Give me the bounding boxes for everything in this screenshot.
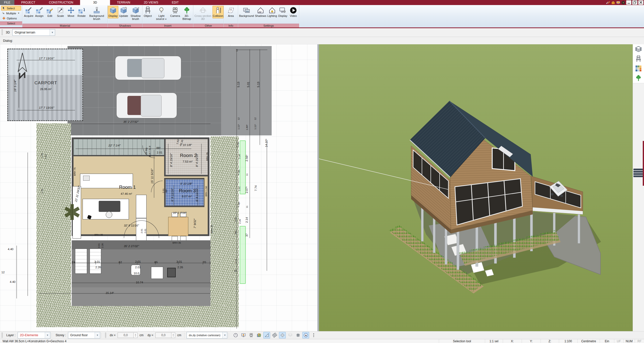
toolbar-grip[interactable] (2, 29, 3, 35)
mat-move-icon (67, 7, 75, 14)
camera-icon (171, 7, 179, 14)
storey-select[interactable]: Ground floor ▼ (68, 332, 100, 338)
chair-plan[interactable] (106, 211, 112, 218)
terrace-table[interactable] (151, 267, 163, 279)
dim-label: 1.76 (41, 189, 43, 194)
dx-input[interactable]: 0,0 (118, 332, 134, 338)
3d-view[interactable] (319, 44, 633, 331)
dining-table[interactable] (168, 217, 188, 236)
object-button[interactable]: Object (142, 6, 153, 18)
restore-button[interactable] (632, 0, 637, 5)
room-label: Room 1 (119, 184, 136, 190)
rotate-button[interactable]: Rotate (76, 6, 87, 18)
clock-button[interactable] (232, 332, 239, 338)
tab-project[interactable]: PROJECT (14, 0, 42, 5)
selected-wall-highlight[interactable] (240, 140, 246, 194)
dialog-label: Dialog: (3, 39, 13, 43)
panel-grip[interactable] (633, 169, 643, 177)
chevron-down-icon[interactable]: ▼ (95, 332, 100, 338)
shadows-button[interactable]: Shadows (254, 6, 267, 18)
screen3-icon[interactable] (616, 1, 620, 5)
shadow-brush-button[interactable]: Shadow brush (129, 6, 142, 21)
status-z-: Z: (541, 339, 559, 343)
display-button[interactable]: Display (108, 6, 118, 18)
lighting-button[interactable]: Lighting (267, 6, 278, 18)
plus-icon (2, 16, 6, 20)
tab-file[interactable]: FILE (0, 0, 14, 5)
dim-label: BRH 1.50 (205, 186, 207, 196)
collision-button[interactable]: Collision (212, 6, 224, 18)
background-brush-button[interactable]: Background brush (87, 6, 106, 21)
close-button[interactable] (638, 0, 643, 5)
options-button[interactable]: Options (1, 16, 21, 21)
2d-plan-view[interactable]: ✱ 17' 7 13/16"CARPORT26.95 m²16' 5 1/4"1… (0, 44, 317, 331)
chevron-down-icon[interactable]: ▼ (222, 332, 227, 338)
multiple-button[interactable]: Multiple▼ (1, 11, 21, 16)
package-icon[interactable] (611, 1, 615, 5)
edit-button[interactable]: Edit (45, 6, 55, 18)
more-button[interactable] (310, 332, 317, 338)
car-top-view[interactable] (115, 56, 181, 80)
selected-wall-highlight[interactable] (240, 226, 246, 284)
area-button[interactable]: ?Area (226, 6, 236, 18)
dim-label: BRH 35 (210, 225, 213, 233)
3d-bitmap-button[interactable]: 3D-Bitmap (181, 6, 193, 21)
assign-button[interactable]: Assign (34, 6, 45, 18)
roads-button[interactable] (271, 332, 278, 338)
toolbar-grip[interactable] (2, 333, 3, 338)
car-top-view[interactable] (116, 93, 177, 118)
terrace-chair[interactable] (167, 268, 176, 277)
3d-scene (319, 44, 633, 331)
sidebar-chair-icon[interactable] (635, 55, 642, 62)
cross-section-3d-button[interactable]: Cross section 3D (193, 6, 212, 21)
sidebar-layers-icon[interactable] (635, 46, 642, 53)
sun-lounger[interactable] (75, 249, 87, 274)
dim-label: 4.40 (8, 248, 13, 251)
dy-input[interactable]: 0,0 (155, 332, 171, 338)
dim-label: 7' 9/32" (193, 219, 196, 228)
tile-button[interactable] (279, 332, 286, 338)
coordinate-mode-select[interactable]: dx,dy (relative cartesian) ▼ (187, 332, 227, 338)
bg-brush-icon (93, 7, 100, 14)
tab-construction[interactable]: CONSTRUCTION (42, 0, 80, 5)
dim-label: 15' 11 5/16" (151, 169, 154, 184)
help-icon[interactable]: ? (621, 1, 625, 5)
update-button[interactable]: Update (118, 6, 129, 18)
minimize-button[interactable] (626, 0, 631, 5)
dy-label: dy = (148, 333, 153, 337)
dim-label: 14.10⁵ (265, 139, 268, 147)
screen-star-button[interactable] (240, 332, 247, 338)
acquire-button[interactable]: Acquire (23, 6, 34, 18)
sofa[interactable] (99, 201, 120, 212)
tools-icon[interactable] (606, 1, 610, 5)
scale-button[interactable]: Scale (55, 6, 66, 18)
toolbar-grip[interactable] (105, 333, 106, 338)
tab-2d-views[interactable]: 2D VIEWS (137, 0, 165, 5)
select-button[interactable]: Select (1, 6, 21, 11)
sidebar-tree-icon[interactable] (635, 74, 642, 82)
movie-camera-button[interactable] (248, 332, 255, 338)
angle-button[interactable] (263, 332, 270, 338)
dy-spinner[interactable]: ▲▼ (171, 332, 175, 338)
tab-3d[interactable]: 3D (80, 0, 110, 5)
layer-stack-button[interactable] (287, 332, 294, 338)
layer-select[interactable]: 2D-Elemente ▼ (18, 332, 50, 338)
background-button[interactable]: Background (239, 6, 255, 18)
chevron-down-icon[interactable]: ▼ (50, 29, 55, 35)
north-button[interactable]: N (302, 332, 309, 338)
material-stack-button[interactable] (256, 332, 262, 338)
light-source-button[interactable]: Light source▼ (153, 6, 170, 21)
camera-button[interactable]: Camera (170, 6, 181, 18)
video-button[interactable]: Video (288, 6, 299, 18)
chevron-down-icon[interactable]: ▼ (45, 332, 50, 338)
tab-terrain[interactable]: TERRAIN (110, 0, 137, 5)
move-button[interactable]: Move (66, 6, 76, 18)
sidebar-palette-icon[interactable] (635, 65, 642, 72)
dx-spinner[interactable]: ▲▼ (134, 332, 137, 338)
display-button[interactable]: Display (277, 6, 288, 18)
tab-edit[interactable]: EDIT (165, 0, 185, 5)
mat-edit-icon (46, 7, 54, 14)
grid-button[interactable] (295, 332, 301, 338)
terrain-select[interactable]: Original terrain ▼ (12, 29, 55, 36)
house-light-icon (268, 7, 276, 14)
